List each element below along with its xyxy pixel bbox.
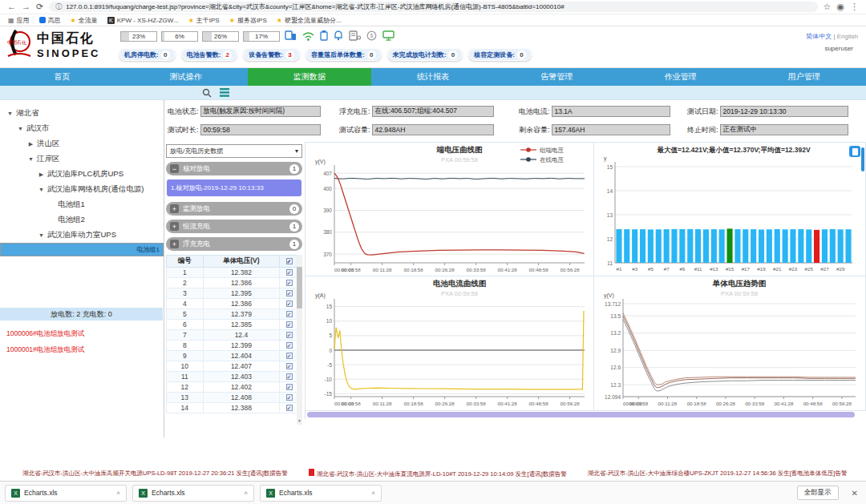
scrollbar-down-arrow[interactable]: ▼ <box>297 418 302 425</box>
info-field-input[interactable]: 2019-12-29 10:13:30 <box>720 106 848 117</box>
accordion-header[interactable]: +浮充充电1 <box>166 237 302 251</box>
bookmark-item[interactable]: ★服务器IPS <box>229 16 267 25</box>
table-row: 812.399✓ <box>167 341 299 351</box>
info-field-input[interactable]: 放电(触发原因:按时间间隔) <box>200 106 321 117</box>
profile-icon[interactable]: ◉ <box>836 2 844 11</box>
browser-menu-icon[interactable]: ⋮ <box>850 2 859 11</box>
tree-node[interactable]: ▼武汉油库动力室UPS <box>0 228 164 243</box>
tab-首页[interactable]: 首页 <box>0 68 123 86</box>
row-checkbox[interactable]: ✓ <box>286 353 293 359</box>
search-icon[interactable] <box>202 88 212 98</box>
history-record-item[interactable]: 1.核对放电-2019-12-29 10:13:33 <box>167 179 301 196</box>
expand-arrow-icon[interactable]: ▶ <box>27 141 34 147</box>
row-checkbox[interactable]: ✓ <box>286 405 293 411</box>
battery-icon <box>320 30 328 41</box>
running-test-link[interactable]: 1000006#电池组放电测试 <box>6 329 84 339</box>
row-checkbox[interactable]: ✓ <box>286 321 293 328</box>
row-checkbox[interactable]: ✓ <box>286 332 293 338</box>
collapse-arrow-icon[interactable]: ▼ <box>6 111 14 116</box>
row-checkbox[interactable]: ✓ <box>286 269 293 276</box>
download-chip[interactable]: XEcharts.xls˄ <box>5 485 127 502</box>
collapse-arrow-icon[interactable]: ▼ <box>17 126 24 131</box>
tree-node[interactable]: ▼湖北省 <box>0 106 164 121</box>
info-field-input[interactable]: 在线:406.507;组端:404.507 <box>372 106 494 117</box>
tab-用户管理[interactable]: 用户管理 <box>743 68 866 86</box>
chart-datazoom-slider[interactable] <box>307 412 855 417</box>
current-user[interactable]: superuser <box>824 45 853 52</box>
collapse-arrow-icon[interactable]: ▼ <box>27 156 34 162</box>
tree-node[interactable]: ▼武汉油库网络机房(通信电源) <box>0 182 164 197</box>
lang-en-link[interactable]: English <box>837 33 858 40</box>
tree-node[interactable]: ▼江岸区 <box>0 151 164 167</box>
row-checkbox[interactable]: ✓ <box>286 373 293 380</box>
bookmark-star-icon[interactable]: ☆ <box>824 2 832 11</box>
tab-统计报表[interactable]: 统计报表 <box>371 68 495 86</box>
tree-node[interactable]: 电池组1 <box>0 243 164 256</box>
row-checkbox[interactable]: ✓ <box>286 290 293 296</box>
expand-arrow-icon[interactable]: ▶ <box>38 171 45 178</box>
bookmark-item[interactable]: ★全流量 <box>71 16 98 25</box>
row-checkbox[interactable]: ✓ <box>286 384 293 390</box>
lang-cn-link[interactable]: 简体中文 <box>806 33 832 40</box>
collapse-arrow-icon[interactable]: ▼ <box>38 187 45 192</box>
url-field[interactable]: ⓘ 127.0.0.1:8919/fuquang/charge-test.jsp… <box>49 2 817 12</box>
close-downloads-icon[interactable]: ✕ <box>852 489 858 498</box>
info-field-input[interactable]: 00:59:58 <box>200 124 321 135</box>
accordion-header[interactable]: +恒流充电1 <box>166 220 302 233</box>
info-field-input[interactable]: 正在测试中 <box>720 124 848 135</box>
chevron-up-icon[interactable]: ˄ <box>371 490 375 497</box>
bookmark-item[interactable]: 高思 <box>39 16 61 25</box>
tree-node[interactable]: 电池组1 <box>0 197 164 212</box>
collapse-arrow-icon[interactable]: ▼ <box>38 232 45 238</box>
forward-icon[interactable]: → <box>22 2 30 11</box>
row-checkbox[interactable]: ✓ <box>286 280 293 286</box>
tab-测试操作[interactable]: 测试操作 <box>123 68 247 86</box>
row-checkbox[interactable]: ✓ <box>286 300 293 307</box>
expand-icon[interactable]: + <box>170 222 179 231</box>
tree-node[interactable]: ▼武汉市 <box>0 121 164 136</box>
row-checkbox[interactable]: ✓ <box>286 311 293 317</box>
expand-icon[interactable]: + <box>170 240 179 248</box>
accordion-header[interactable]: −核对放电1 <box>166 162 302 175</box>
tab-监测数据[interactable]: 监测数据 <box>248 68 371 86</box>
table-scrollbar-thumb[interactable] <box>297 267 302 308</box>
tree-node[interactable]: ▶武汉油库PLC机房UPS <box>0 167 164 182</box>
select-all-checkbox[interactable]: ✓ <box>286 258 293 264</box>
info-field-input[interactable]: 42.948AH <box>372 124 494 135</box>
bookmark-item[interactable]: KKPW - XS-HZ-ZGW... <box>107 17 179 24</box>
cell-voltage-table: 编号单体电压(V)✓112.382✓212.386✓312.395✓412.38… <box>166 255 302 425</box>
show-all-downloads-button[interactable]: 全部显示 <box>797 486 839 500</box>
row-checkbox[interactable]: ✓ <box>286 394 293 401</box>
accordion-header[interactable]: +监测放电0 <box>166 202 302 216</box>
table-scrollbar[interactable]: ▼ <box>297 255 302 425</box>
svg-text:00:26:28: 00:26:28 <box>435 401 455 406</box>
tree-node[interactable]: 电池组2 <box>0 212 164 228</box>
bookmark-item[interactable]: ▦应用 <box>8 16 30 25</box>
download-chip[interactable]: XEcharts.xls˄ <box>132 485 254 502</box>
bookmark-item[interactable]: ★主干IPS <box>188 16 220 25</box>
row-checkbox[interactable]: ✓ <box>286 363 293 369</box>
charts-grid: 端电压曲线图PXA 00:59:58y(V)37038039040040700:… <box>305 143 866 419</box>
info-field-label: 测试时长: <box>168 125 199 135</box>
charts-scrollbar[interactable] <box>861 147 864 171</box>
list-icon[interactable] <box>220 88 229 97</box>
download-chip[interactable]: XEcharts.xls˄ <box>260 485 382 502</box>
tab-告警管理[interactable]: 告警管理 <box>495 68 618 86</box>
bookmark-item[interactable]: ★硬盟全流量威胁分... <box>277 16 342 25</box>
alarm-message: 湖北省-武汉市-洪山区-大中油库直流电源屏-LD-10#T 2019-12-29… <box>309 469 567 478</box>
expand-icon[interactable]: + <box>170 204 179 213</box>
info-field-input[interactable]: 13.1A <box>552 106 670 117</box>
page-info-icon[interactable]: ⓘ <box>55 2 62 11</box>
running-test-link[interactable]: 1000001#电池组放电测试 <box>6 345 84 355</box>
info-field-input[interactable]: 157.46AH <box>552 124 670 135</box>
row-checkbox[interactable]: ✓ <box>286 342 293 349</box>
history-type-select[interactable]: 放电/充电历史数据 ▾ <box>166 144 302 158</box>
back-icon[interactable]: ← <box>7 2 16 11</box>
chevron-up-icon[interactable]: ˄ <box>116 490 120 497</box>
chevron-up-icon[interactable]: ˄ <box>244 490 248 497</box>
tree-node[interactable]: ▶洪山区 <box>0 136 164 151</box>
tab-作业管理[interactable]: 作业管理 <box>618 68 742 86</box>
export-icon[interactable] <box>849 146 860 157</box>
collapse-icon[interactable]: − <box>170 164 179 173</box>
refresh-icon[interactable]: ⟳ <box>36 2 43 11</box>
